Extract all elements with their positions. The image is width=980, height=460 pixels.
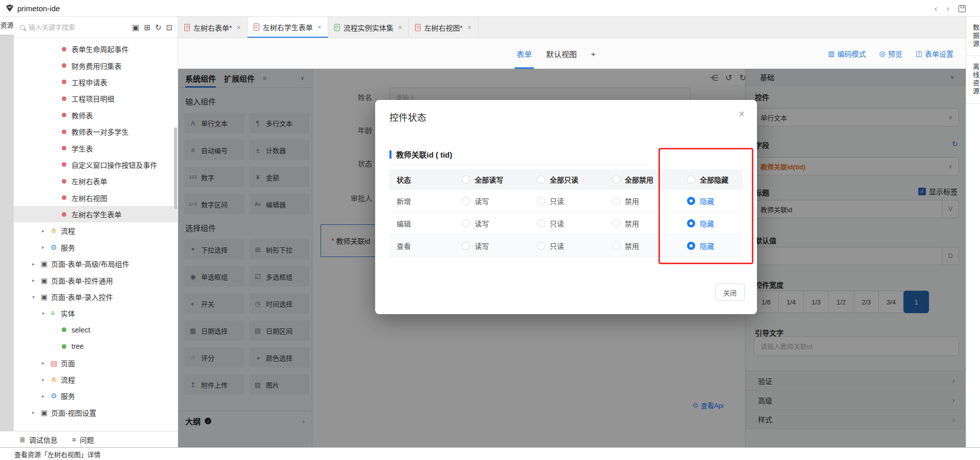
package-icon: ▣ [41,408,51,417]
tree-item[interactable]: ▸⚙服务 [14,388,178,404]
chevron-right-icon[interactable]: ▸ [42,228,51,234]
datasource-rail-tab[interactable]: 数据源 [966,17,980,56]
radio-all-readwrite[interactable] [462,175,470,184]
tree-item[interactable]: ▸⋔流程 [14,371,178,388]
tree-item[interactable]: 工程项目明细 [14,90,178,107]
refresh-icon[interactable]: ↻ [155,23,162,31]
tree-item-selected[interactable]: 左树右学生表单 [14,206,178,222]
database-icon: ≡ [51,309,61,317]
tree-item[interactable]: ▸▣页面-表单-控件通用 [14,272,178,288]
problems-button[interactable]: ≡问题 [72,435,94,445]
doc-tab[interactable]: 左树右表单*× [178,17,248,38]
chevron-right-icon[interactable]: ▸ [42,393,51,399]
tree-item-label: 页面-视图设置 [51,407,96,418]
back-icon[interactable]: ‹ [935,4,938,14]
form-settings-button[interactable]: ◫表单设置 [916,48,953,59]
radio-all-readonly[interactable] [537,175,545,184]
tree-item[interactable]: 财务费用归集表 [14,57,178,73]
tree-item-label: 流程 [61,374,75,385]
form-dot-icon [62,63,66,68]
workarea-header: 表单 默认视图 + ▥编码模式 ◎预览 ◫表单设置 [178,38,966,69]
close-icon[interactable]: × [317,23,322,31]
tree-item[interactable]: 教师表 [14,107,178,123]
code-mode-button[interactable]: ▥编码模式 [828,48,866,59]
tree-item-label: 教师表 [71,110,93,120]
column-header: 全部读写 [475,174,503,185]
tree-item[interactable]: ▾≡实体 [14,305,178,321]
tree-item[interactable]: 左树右视图 [14,190,178,206]
tab-form[interactable]: 表单 [517,48,532,59]
tree-item[interactable]: ▾▣页面-表单-录入控件 [14,289,178,305]
option-label: 读写 [475,241,489,251]
tree-item[interactable]: ▸▣页面-视图设置 [14,404,178,421]
tree-item-label: 学生表 [71,143,93,154]
radio-readonly[interactable] [537,197,545,205]
close-icon[interactable]: × [236,23,240,32]
tab-default-view[interactable]: 默认视图 [546,48,577,59]
tree-item[interactable]: 自定义窗口操作按钮及事件 [14,157,178,173]
tree-item[interactable]: ▸▤页面 [14,354,178,371]
tree-item[interactable]: 学生表 [14,140,178,156]
new-folder-icon[interactable]: ⊞ [144,23,151,31]
doc-tab-label: 左树右表单* [193,22,232,33]
tree-item[interactable]: 教师表一对多学生 [14,123,178,140]
debug-info-button[interactable]: ≣调试信息 [19,435,58,445]
app-logo-icon [5,4,14,13]
offline-resource-rail-tab[interactable]: 离线资源 [966,56,980,104]
close-icon[interactable]: × [739,108,745,120]
chevron-down-icon[interactable]: ▾ [32,294,41,300]
radio-disabled[interactable] [612,242,620,250]
forward-icon[interactable]: › [946,4,949,14]
tree-item-label: 页面 [61,358,75,368]
tree-item[interactable]: 左树右表单 [14,173,178,189]
tree-item-label: 财务费用归集表 [71,61,121,71]
radio-readonly[interactable] [537,219,545,227]
option-label: 禁用 [625,241,639,251]
doc-tab[interactable]: 左树右视图*× [409,17,478,38]
highlight-annotation-box [658,148,753,264]
chevron-right-icon[interactable]: ▸ [42,360,51,366]
tree-item-label: select [71,326,90,334]
tree-item-label: 表单生命周起事件 [71,44,129,54]
radio-all-disabled[interactable] [612,175,620,184]
search-input[interactable] [29,23,128,31]
radio-disabled[interactable] [612,197,620,205]
close-icon[interactable]: × [398,23,402,32]
chevron-right-icon[interactable]: ▸ [32,410,41,415]
radio-readwrite[interactable] [462,242,470,250]
copy-icon[interactable]: ⊡ [166,23,173,31]
chevron-right-icon[interactable]: ▸ [32,261,41,267]
accent-bar [389,150,391,159]
chevron-right-icon[interactable]: ▸ [42,377,51,382]
chevron-right-icon[interactable]: ▸ [32,277,41,283]
chevron-right-icon[interactable]: ▸ [42,244,51,250]
radio-readonly[interactable] [537,242,545,250]
tree-item[interactable]: ▸⋔流程 [14,222,178,239]
app-title: primeton-ide [17,4,60,13]
close-button[interactable]: 关闭 [715,284,745,301]
resources-rail-tab[interactable]: 资源 [0,17,14,35]
save-icon[interactable] [959,5,966,12]
radio-readwrite[interactable] [462,197,470,205]
add-view-button[interactable]: + [591,49,596,58]
close-icon[interactable]: × [467,23,471,32]
import-icon[interactable]: ▣ [132,23,139,31]
tree-item[interactable]: ▸▣页面-表单-高级/布局组件 [14,255,178,272]
form-file-icon [184,24,190,31]
package-icon: ▣ [41,276,51,285]
tree-item[interactable]: 工程申请表 [14,74,178,90]
radio-readwrite[interactable] [462,219,470,227]
radio-disabled[interactable] [612,219,620,227]
tree-item[interactable]: select [14,322,178,338]
sidebar-scrollbar[interactable] [174,127,177,209]
tree-item[interactable]: 表单生命周起事件 [14,41,178,57]
title-bar: primeton-ide ‹ › [0,0,980,17]
chevron-down-icon[interactable]: ▾ [42,311,51,316]
preview-button[interactable]: ◎预览 [879,48,902,59]
doc-tab-active[interactable]: 左树右学生表单× [248,17,328,38]
left-rail: 资源 [0,17,14,431]
tree-item[interactable]: ▸⚙服务 [14,239,178,255]
tree-item[interactable]: tree [14,338,178,354]
tree-item-label: 服务 [61,391,75,401]
doc-tab[interactable]: 流程实例实体集× [328,17,409,38]
